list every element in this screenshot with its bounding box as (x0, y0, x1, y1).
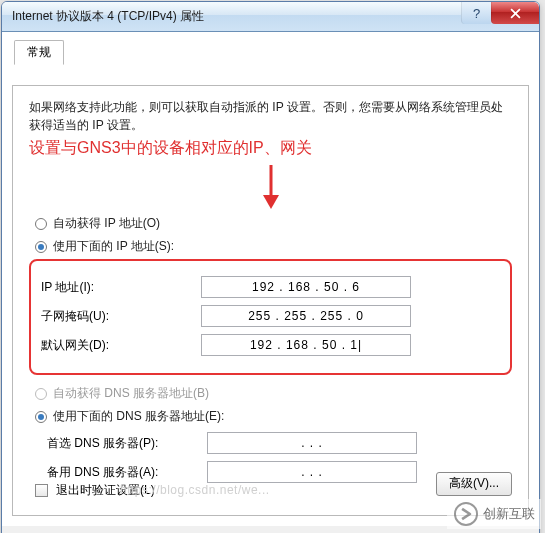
close-icon (510, 8, 521, 19)
gateway-input[interactable]: 192 . 168 . 50 . 1| (201, 334, 411, 356)
tab-general[interactable]: 常规 (14, 40, 64, 65)
client-area: 常规 如果网络支持此功能，则可以获取自动指派的 IP 设置。否则，您需要从网络系… (2, 32, 539, 526)
annotation-overlay: 设置与GNS3中的设备相对应的IP、网关 (29, 138, 512, 159)
dialog-window: Internet 协议版本 4 (TCP/IPv4) 属性 ? 常规 如果网络支… (1, 1, 540, 533)
dns-preferred-input[interactable]: . . . (207, 432, 417, 454)
logo-icon (453, 501, 479, 527)
radio-icon (35, 218, 47, 230)
field-label: IP 地址(I): (41, 279, 201, 296)
field-ip-address: IP 地址(I): 192 . 168 . 50 . 6 (41, 276, 500, 298)
brand-text: 创新互联 (483, 505, 535, 523)
radio-label: 使用下面的 DNS 服务器地址(E): (53, 408, 224, 425)
window-title: Internet 协议版本 4 (TCP/IPv4) 属性 (12, 8, 204, 25)
radio-dns-auto: 自动获得 DNS 服务器地址(B) (35, 385, 512, 402)
field-label: 默认网关(D): (41, 337, 201, 354)
radio-label: 自动获得 DNS 服务器地址(B) (53, 385, 209, 402)
radio-label: 使用下面的 IP 地址(S): (53, 238, 174, 255)
highlight-box: IP 地址(I): 192 . 168 . 50 . 6 子网掩码(U): 25… (29, 259, 512, 375)
titlebar[interactable]: Internet 协议版本 4 (TCP/IPv4) 属性 ? (2, 2, 539, 32)
field-default-gateway: 默认网关(D): 192 . 168 . 50 . 1| (41, 334, 500, 356)
radio-ip-manual[interactable]: 使用下面的 IP 地址(S): (35, 238, 512, 255)
radio-icon (35, 411, 47, 423)
window-controls: ? (461, 2, 539, 24)
url-watermark: https://blog.csdn.net/we... (120, 483, 270, 497)
svg-point-2 (455, 503, 477, 525)
field-label: 备用 DNS 服务器(A): (47, 464, 207, 481)
field-subnet-mask: 子网掩码(U): 255 . 255 . 255 . 0 (41, 305, 500, 327)
radio-ip-auto[interactable]: 自动获得 IP 地址(O) (35, 215, 512, 232)
radio-dns-manual[interactable]: 使用下面的 DNS 服务器地址(E): (35, 408, 512, 425)
brand-watermark: 创新互联 (447, 499, 541, 529)
help-button[interactable]: ? (461, 2, 491, 24)
tab-panel-general: 如果网络支持此功能，则可以获取自动指派的 IP 设置。否则，您需要从网络系统管理… (12, 85, 529, 516)
radio-icon (35, 241, 47, 253)
description-text: 如果网络支持此功能，则可以获取自动指派的 IP 设置。否则，您需要从网络系统管理… (29, 98, 512, 134)
subnet-mask-input[interactable]: 255 . 255 . 255 . 0 (201, 305, 411, 327)
ip-address-input[interactable]: 192 . 168 . 50 . 6 (201, 276, 411, 298)
field-label: 首选 DNS 服务器(P): (47, 435, 207, 452)
dns-alternate-input[interactable]: . . . (207, 461, 417, 483)
arrow-icon (259, 165, 283, 209)
radio-icon (35, 388, 47, 400)
svg-marker-1 (263, 195, 279, 209)
close-button[interactable] (491, 2, 539, 24)
advanced-button[interactable]: 高级(V)... (436, 472, 512, 496)
field-dns-preferred: 首选 DNS 服务器(P): . . . (47, 432, 512, 454)
checkbox-icon (35, 484, 48, 497)
radio-label: 自动获得 IP 地址(O) (53, 215, 160, 232)
field-label: 子网掩码(U): (41, 308, 201, 325)
tab-strip: 常规 (12, 38, 529, 62)
